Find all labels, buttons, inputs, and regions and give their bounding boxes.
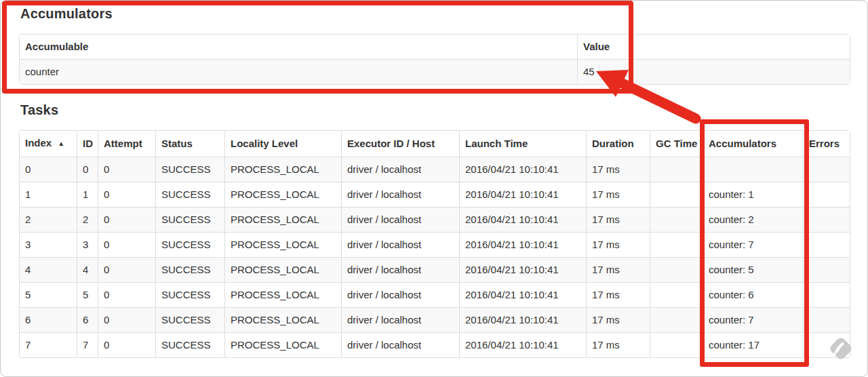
tasks-header-label-locality: Locality Level: [231, 138, 298, 149]
tasks-cell-gc: [650, 307, 703, 332]
tasks-cell-executor: driver / localhost: [341, 307, 459, 332]
tasks-cell-gc: [650, 332, 703, 357]
tasks-header-status[interactable]: Status: [155, 131, 224, 157]
tasks-cell-duration: 17 ms: [586, 332, 650, 357]
tasks-row-6: 660SUCCESSPROCESS_LOCALdriver / localhos…: [20, 307, 850, 332]
tasks-header-label-accumulators: Accumulators: [709, 138, 776, 149]
tasks-cell-errors: [803, 232, 850, 257]
tasks-cell-launch: 2016/04/21 10:10:41: [459, 157, 586, 182]
tasks-cell-gc: [650, 207, 703, 232]
tasks-cell-index: 2: [20, 207, 77, 232]
tasks-cell-errors: [803, 282, 850, 307]
tasks-cell-index: 4: [20, 257, 77, 282]
tasks-cell-gc: [650, 182, 703, 207]
tasks-cell-status: SUCCESS: [155, 232, 224, 257]
tasks-cell-launch: 2016/04/21 10:10:41: [459, 232, 586, 257]
tasks-header-label-status: Status: [161, 138, 193, 149]
tasks-table-header-row: Index▲IDAttemptStatusLocality LevelExecu…: [20, 131, 850, 157]
tasks-cell-gc: [650, 232, 703, 257]
tasks-cell-executor: driver / localhost: [341, 332, 459, 357]
tasks-cell-accumulators: counter: 2: [703, 207, 803, 232]
tasks-cell-locality: PROCESS_LOCAL: [224, 207, 341, 232]
tasks-cell-id: 4: [77, 257, 98, 282]
tasks-cell-status: SUCCESS: [155, 257, 224, 282]
tasks-cell-errors: [803, 257, 850, 282]
tasks-cell-attempt: 0: [98, 282, 155, 307]
tasks-cell-launch: 2016/04/21 10:10:41: [459, 332, 586, 357]
tasks-cell-status: SUCCESS: [155, 207, 224, 232]
accumulable-table-header-row: AccumulableValue: [20, 35, 850, 59]
tasks-cell-id: 1: [77, 182, 98, 207]
tasks-header-label-index: Index: [25, 137, 52, 148]
tasks-cell-accumulators: counter: 7: [703, 307, 803, 332]
tasks-cell-attempt: 0: [98, 232, 155, 257]
tasks-cell-id: 7: [77, 332, 98, 357]
tasks-cell-errors: [803, 182, 850, 207]
tasks-cell-launch: 2016/04/21 10:10:41: [459, 282, 586, 307]
tasks-cell-status: SUCCESS: [155, 332, 224, 357]
accumulable-table: AccumulableValue counter45: [19, 34, 850, 85]
tasks-header-accumulators[interactable]: Accumulators: [703, 131, 803, 157]
tasks-cell-executor: driver / localhost: [341, 207, 459, 232]
tasks-header-label-duration: Duration: [592, 138, 634, 149]
tasks-table-body: 000SUCCESSPROCESS_LOCALdriver / localhos…: [20, 157, 850, 357]
tasks-cell-duration: 17 ms: [586, 157, 650, 182]
tasks-header-attempt[interactable]: Attempt: [98, 131, 155, 157]
tasks-header-launch[interactable]: Launch Time: [459, 131, 586, 157]
tasks-cell-index: 6: [20, 307, 77, 332]
tasks-header-label-executor: Executor ID / Host: [347, 138, 435, 149]
tasks-cell-gc: [650, 257, 703, 282]
tasks-cell-id: 6: [77, 307, 98, 332]
tasks-header-executor[interactable]: Executor ID / Host: [341, 131, 459, 157]
tasks-cell-duration: 17 ms: [586, 307, 650, 332]
tasks-cell-index: 1: [20, 182, 77, 207]
tasks-cell-locality: PROCESS_LOCAL: [224, 307, 341, 332]
tasks-cell-status: SUCCESS: [155, 182, 224, 207]
tasks-cell-executor: driver / localhost: [341, 157, 459, 182]
tasks-cell-executor: driver / localhost: [341, 282, 459, 307]
tasks-header-label-gc: GC Time: [656, 138, 697, 149]
tasks-cell-duration: 17 ms: [586, 232, 650, 257]
tasks-cell-launch: 2016/04/21 10:10:41: [459, 182, 586, 207]
tasks-cell-accumulators: counter: 17: [703, 332, 803, 357]
tasks-cell-errors: [803, 157, 850, 182]
tasks-section-title: Tasks: [20, 102, 58, 118]
tasks-cell-index: 3: [20, 232, 77, 257]
tasks-cell-id: 3: [77, 232, 98, 257]
tasks-cell-launch: 2016/04/21 10:10:41: [459, 257, 586, 282]
tasks-header-label-attempt: Attempt: [104, 138, 142, 149]
tasks-cell-gc: [650, 282, 703, 307]
tasks-cell-accumulators: counter: 5: [703, 257, 803, 282]
tasks-cell-launch: 2016/04/21 10:10:41: [459, 307, 586, 332]
tasks-cell-id: 0: [77, 157, 98, 182]
accum-header-value[interactable]: Value: [577, 35, 850, 59]
tasks-cell-locality: PROCESS_LOCAL: [224, 157, 341, 182]
tasks-header-gc[interactable]: GC Time: [650, 131, 703, 157]
tasks-table: Index▲IDAttemptStatusLocality LevelExecu…: [19, 130, 850, 358]
tasks-cell-index: 0: [20, 157, 77, 182]
tasks-cell-duration: 17 ms: [586, 207, 650, 232]
tasks-header-id[interactable]: ID: [77, 131, 98, 157]
accumulable-table-body: counter45: [20, 59, 850, 84]
tasks-row-4: 440SUCCESSPROCESS_LOCALdriver / localhos…: [20, 257, 850, 282]
tasks-header-label-errors: Errors: [809, 138, 840, 149]
tasks-cell-locality: PROCESS_LOCAL: [224, 282, 341, 307]
tasks-header-locality[interactable]: Locality Level: [224, 131, 341, 157]
tasks-cell-index: 5: [20, 282, 77, 307]
tasks-header-label-launch: Launch Time: [465, 138, 528, 149]
accum-header-name[interactable]: Accumulable: [20, 35, 577, 59]
tasks-header-duration[interactable]: Duration: [586, 131, 650, 157]
tasks-cell-attempt: 0: [98, 257, 155, 282]
tasks-cell-status: SUCCESS: [155, 282, 224, 307]
tasks-header-index[interactable]: Index▲: [20, 131, 77, 157]
tasks-row-5: 550SUCCESSPROCESS_LOCALdriver / localhos…: [20, 282, 850, 307]
accum-cell-name: counter: [20, 59, 577, 84]
tasks-cell-attempt: 0: [98, 307, 155, 332]
accumulators-section-title: Accumulators: [20, 6, 113, 22]
tasks-header-errors[interactable]: Errors: [803, 131, 850, 157]
tasks-cell-status: SUCCESS: [155, 307, 224, 332]
tasks-cell-locality: PROCESS_LOCAL: [224, 232, 341, 257]
tasks-cell-launch: 2016/04/21 10:10:41: [459, 207, 586, 232]
tasks-cell-accumulators: [703, 157, 803, 182]
accum-header-label-name: Accumulable: [25, 41, 88, 52]
